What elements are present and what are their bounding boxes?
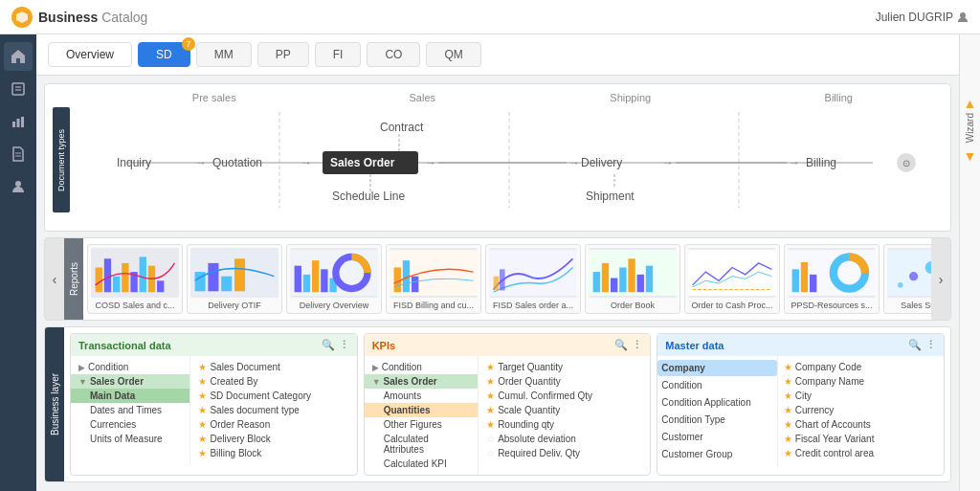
kpis-left-col: ▶ Condition ▼ Sales Order Amounts Quanti… bbox=[365, 356, 479, 475]
trans-right-orderreason[interactable]: ★ Order Reason bbox=[190, 417, 356, 432]
report-card-6[interactable]: Order to Cash Proc... bbox=[684, 244, 780, 314]
svg-point-79 bbox=[909, 272, 918, 280]
master-right-fiscalyearvariant[interactable]: ★ Fiscal Year Variant bbox=[784, 432, 938, 446]
report-card-8[interactable]: Sales Summary bbox=[883, 244, 931, 314]
svg-rect-67 bbox=[619, 267, 626, 292]
trans-item-condition[interactable]: ▶ Condition bbox=[71, 360, 189, 374]
trans-item-currencies[interactable]: Currencies bbox=[71, 417, 189, 432]
report-card-0[interactable]: COSD Sales and c... bbox=[87, 244, 183, 314]
sidebar-icon-user[interactable] bbox=[4, 172, 33, 201]
menu-icon-kpis[interactable]: ⋮ bbox=[632, 339, 642, 351]
trans-right-salesdocument[interactable]: ★ Sales Document bbox=[190, 360, 356, 374]
kpis-item-amounts[interactable]: Amounts bbox=[365, 389, 478, 403]
svg-rect-71 bbox=[688, 250, 776, 296]
trans-item-unitsmeasure[interactable]: Units of Measure bbox=[71, 432, 189, 446]
master-item-customer[interactable]: Customer bbox=[657, 429, 776, 445]
reports-nav-left[interactable]: ‹ bbox=[45, 238, 64, 320]
master-item-company[interactable]: Company bbox=[657, 360, 776, 376]
svg-rect-70 bbox=[646, 266, 653, 293]
master-item-customergroup[interactable]: Customer Group bbox=[657, 446, 776, 462]
report-card-7[interactable]: PPSD-Resources s... bbox=[784, 244, 880, 314]
kpis-right-scaleqty[interactable]: ★ Scale Quantity bbox=[479, 403, 650, 417]
master-right-companyname[interactable]: ★ Company Name bbox=[784, 374, 938, 389]
report-thumb-7 bbox=[788, 248, 876, 298]
master-right-creditcontrolarea[interactable]: ★ Credit control area bbox=[784, 446, 938, 460]
diagram-body: Document types Inquiry → Quotation bbox=[53, 107, 943, 212]
master-item-condapplication[interactable]: Condition Application bbox=[657, 394, 776, 411]
report-thumb-2 bbox=[290, 248, 378, 298]
tab-sd[interactable]: SD 7 bbox=[138, 42, 190, 67]
svg-rect-41 bbox=[140, 257, 146, 292]
panel-kpis-icons: 🔍 ⋮ bbox=[614, 339, 642, 351]
svg-point-9 bbox=[15, 181, 21, 187]
tab-qm[interactable]: QM bbox=[426, 42, 480, 67]
kpis-item-calckpi[interactable]: Calculated KPI bbox=[365, 457, 478, 471]
kpis-item-condition[interactable]: ▶ Condition bbox=[365, 360, 478, 374]
svg-rect-53 bbox=[321, 269, 327, 292]
tab-sd-badge: 7 bbox=[182, 37, 195, 51]
search-icon-master[interactable]: 🔍 bbox=[908, 339, 922, 351]
sidebar-icon-document[interactable] bbox=[4, 140, 33, 168]
master-right-currency[interactable]: ★ Currency bbox=[784, 403, 938, 417]
kpis-right-orderqty[interactable]: ★ Order Quantity bbox=[479, 374, 650, 389]
svg-rect-5 bbox=[17, 119, 20, 127]
kpis-item-salesorder[interactable]: ▼ Sales Order bbox=[365, 374, 478, 389]
sidebar-icon-chart[interactable] bbox=[4, 107, 33, 136]
report-card-5[interactable]: Order Book bbox=[585, 244, 680, 314]
tab-mm[interactable]: MM bbox=[196, 42, 252, 67]
master-item-condtype[interactable]: Condition Type bbox=[657, 412, 776, 428]
report-card-3[interactable]: FISD Billing and cu... bbox=[386, 244, 481, 314]
report-card-1[interactable]: Delivery OTIF bbox=[187, 244, 282, 314]
sidebar-icon-book[interactable] bbox=[4, 75, 33, 103]
trans-item-datesandtimes[interactable]: Dates and Times bbox=[71, 403, 189, 417]
menu-icon-master[interactable]: ⋮ bbox=[925, 339, 936, 351]
left-sidebar bbox=[0, 34, 36, 491]
business-layer-section: Business layer Transactional data 🔍 ⋮ ▶ … bbox=[44, 326, 951, 482]
tab-co[interactable]: CO bbox=[367, 42, 420, 67]
wizard-arrow-down[interactable]: ▼ bbox=[964, 148, 977, 164]
kpis-right-cumulconfqty[interactable]: ★ Cumul. Confirmed Qty bbox=[479, 389, 650, 403]
kpis-item-otherfigures[interactable]: Other Figures bbox=[365, 417, 478, 432]
svg-rect-64 bbox=[593, 272, 600, 292]
tab-pp[interactable]: PP bbox=[257, 42, 309, 67]
trans-right-deliveryblock[interactable]: ★ Delivery Block bbox=[190, 432, 356, 446]
report-thumb-4 bbox=[489, 248, 577, 298]
reports-section: ‹ Reports COSD Sal bbox=[44, 237, 951, 321]
kpis-right-roundingqty[interactable]: ★ Rounding qty bbox=[479, 417, 650, 432]
svg-text:Inquiry: Inquiry bbox=[117, 156, 151, 169]
trans-right-createdby[interactable]: ★ Created By bbox=[190, 374, 356, 389]
reports-nav-right[interactable]: › bbox=[931, 238, 950, 320]
master-item-condition[interactable]: Condition bbox=[657, 377, 776, 393]
tab-fi[interactable]: FI bbox=[315, 42, 362, 67]
trans-item-salesorder[interactable]: ▼ Sales Order bbox=[71, 374, 189, 389]
kpis-item-calcattribs[interactable]: Calculated Attributes bbox=[365, 432, 478, 457]
report-thumb-0 bbox=[91, 248, 179, 298]
panel-master-body: Company Condition Condition Application … bbox=[657, 356, 944, 467]
svg-text:→: → bbox=[568, 156, 580, 169]
trans-right-salesdoctype[interactable]: ★ Sales document type bbox=[190, 403, 356, 417]
sidebar-icon-home[interactable] bbox=[4, 42, 33, 71]
wizard-label[interactable]: Wizard bbox=[965, 113, 975, 143]
master-right-companycode[interactable]: ★ Company Code bbox=[784, 360, 938, 374]
search-icon-kpis[interactable]: 🔍 bbox=[614, 339, 628, 351]
kpis-item-quantities[interactable]: Quantities bbox=[365, 403, 478, 417]
business-layer-label: Document types bbox=[53, 107, 70, 212]
trans-right-sddoccategory[interactable]: ★ SD Document Category bbox=[190, 389, 356, 403]
wizard-arrow-up[interactable]: ▲ bbox=[964, 96, 977, 111]
reports-list: COSD Sales and c... Delivery OTIF bbox=[83, 238, 931, 320]
search-icon-transactional[interactable]: 🔍 bbox=[322, 339, 335, 351]
svg-rect-47 bbox=[221, 277, 232, 292]
menu-icon-transactional[interactable]: ⋮ bbox=[339, 339, 349, 351]
master-right-chartaccounts[interactable]: ★ Chart of Accounts bbox=[784, 417, 938, 432]
trans-item-maindata[interactable]: Main Data bbox=[71, 389, 189, 403]
trans-right-billingblock[interactable]: ★ Billing Block bbox=[190, 446, 356, 460]
report-card-2[interactable]: Delivery Overview bbox=[286, 244, 382, 314]
kpis-right-targetqty[interactable]: ★ Target Quantity bbox=[479, 360, 650, 374]
report-card-4[interactable]: FISD Sales order a... bbox=[485, 244, 581, 314]
user-info: Julien DUGRIP bbox=[876, 11, 969, 24]
tab-overview[interactable]: Overview bbox=[48, 42, 132, 67]
master-right-city[interactable]: ★ City bbox=[784, 389, 938, 403]
kpis-right-reqdelivqty[interactable]: ☆ Required Deliv. Qty bbox=[479, 446, 650, 460]
report-title-1: Delivery OTIF bbox=[190, 301, 278, 310]
kpis-right-absdeviation[interactable]: ☆ Absolute deviation bbox=[479, 432, 650, 446]
